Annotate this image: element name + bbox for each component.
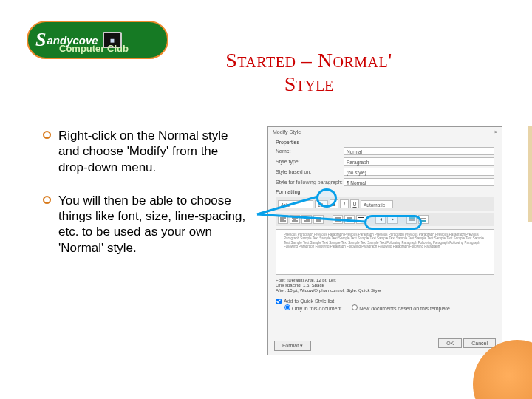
svg-line-25 [257,197,318,214]
side-accent [528,126,532,222]
svg-line-26 [257,214,365,222]
callout-line-icon [0,0,532,399]
